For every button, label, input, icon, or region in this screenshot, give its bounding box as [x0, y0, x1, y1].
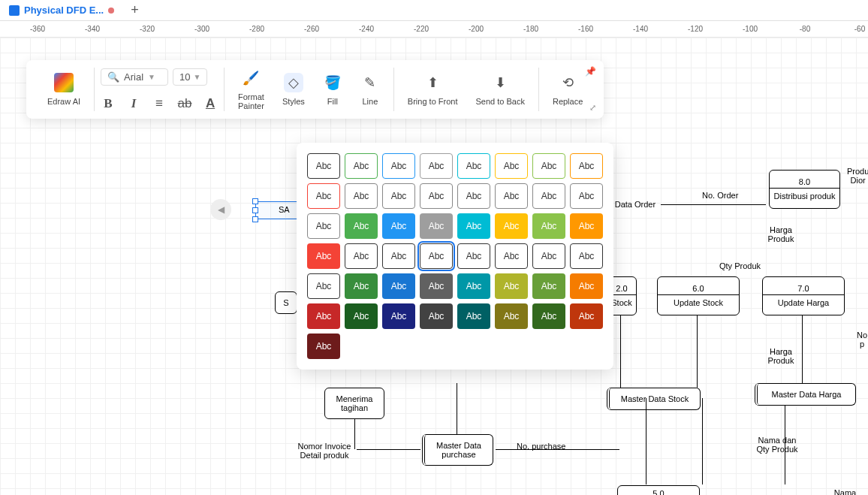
style-swatch[interactable]: Abc — [345, 153, 378, 179]
fill-button[interactable]: 🪣 Fill — [315, 73, 350, 106]
horizontal-ruler: -360-340-320-300-280-260-240-220-200-180… — [0, 21, 868, 38]
style-swatch[interactable]: Abc — [345, 183, 378, 209]
bring-front-icon: ⬆ — [423, 73, 442, 92]
style-swatch[interactable]: Abc — [457, 213, 490, 239]
box-master-harga[interactable]: Master Data Harga — [755, 383, 856, 406]
style-swatch[interactable]: Abc — [532, 243, 565, 269]
italic-button[interactable]: I — [126, 96, 141, 111]
ruler-tick: -260 — [304, 25, 319, 33]
label-nama-qty: Nama dan Qty Produk — [751, 436, 803, 454]
font-size-select[interactable]: 10 ▼ — [173, 68, 207, 86]
replace-icon: ⟲ — [558, 73, 577, 92]
style-swatch[interactable]: Abc — [382, 153, 415, 179]
align-button[interactable]: ≡ — [152, 96, 167, 111]
style-swatch[interactable]: Abc — [420, 213, 453, 239]
style-swatch[interactable]: Abc — [495, 273, 528, 299]
style-swatch[interactable]: Abc — [570, 243, 603, 269]
label-qty-produk: Qty Produk — [719, 261, 761, 270]
pan-left-button[interactable]: ◀ — [210, 199, 231, 220]
style-swatch[interactable]: Abc — [420, 243, 453, 269]
style-swatch[interactable]: Abc — [345, 243, 378, 269]
style-swatch[interactable]: Abc — [307, 334, 340, 359]
style-swatch[interactable]: Abc — [345, 273, 378, 299]
label-nama-produ: Nama Produ — [822, 488, 868, 495]
style-swatch[interactable]: Abc — [307, 303, 340, 329]
style-swatch[interactable]: Abc — [570, 213, 603, 239]
style-swatch[interactable]: Abc — [532, 183, 565, 209]
style-swatch[interactable]: Abc — [532, 303, 565, 329]
style-swatch[interactable]: Abc — [382, 183, 415, 209]
style-swatch[interactable]: Abc — [495, 183, 528, 209]
label-harga-produk: Harga Produk — [758, 225, 803, 243]
style-swatch[interactable]: Abc — [420, 183, 453, 209]
style-swatch[interactable]: Abc — [457, 243, 490, 269]
paintbrush-icon: 🖌️ — [241, 68, 261, 88]
style-swatch[interactable]: Abc — [532, 213, 565, 239]
style-swatch[interactable]: Abc — [345, 303, 378, 329]
selected-shape[interactable]: SA — [255, 201, 300, 219]
ruler-tick: -320 — [140, 25, 155, 33]
style-swatch[interactable]: Abc — [420, 303, 453, 329]
style-swatch[interactable]: Abc — [345, 213, 378, 239]
text-color-button[interactable]: A — [203, 96, 218, 111]
style-swatch[interactable]: Abc — [570, 153, 603, 179]
style-swatch[interactable]: Abc — [457, 303, 490, 329]
edraw-ai-button[interactable]: Edraw AI — [40, 73, 88, 106]
style-swatch[interactable]: Abc — [495, 153, 528, 179]
style-swatch[interactable]: Abc — [382, 243, 415, 269]
ruler-tick: -100 — [743, 25, 758, 33]
floating-toolbar: 📌 ⤢ Edraw AI 🔍 Arial ▼ 10 ▼ B I ≡ ab A 🖌 — [26, 60, 604, 119]
style-swatch[interactable]: Abc — [532, 153, 565, 179]
style-swatch[interactable]: Abc — [307, 243, 340, 269]
pen-icon: ✎ — [360, 73, 380, 92]
style-swatch[interactable]: Abc — [307, 183, 340, 209]
ruler-tick: -200 — [469, 25, 484, 33]
style-swatch[interactable]: Abc — [495, 303, 528, 329]
label-no-order: No. Order — [702, 191, 738, 200]
style-swatch[interactable]: Abc — [307, 213, 340, 239]
send-to-back-button[interactable]: ⬇ Send to Back — [469, 73, 532, 106]
style-swatch[interactable]: Abc — [570, 183, 603, 209]
style-swatch[interactable]: Abc — [532, 273, 565, 299]
bold-button[interactable]: B — [101, 96, 116, 111]
style-swatch[interactable]: Abc — [457, 153, 490, 179]
style-swatch[interactable]: Abc — [382, 303, 415, 329]
box-menerima-tagihan[interactable]: Menerima tagihan — [324, 388, 384, 419]
style-swatch[interactable]: Abc — [420, 153, 453, 179]
ruler-tick: -280 — [249, 25, 264, 33]
style-swatch[interactable]: Abc — [420, 273, 453, 299]
strikethrough-button[interactable]: ab — [177, 96, 192, 111]
ruler-tick: -240 — [359, 25, 374, 33]
process-box-8[interactable]: 8.0 Distribusi produk — [769, 170, 840, 209]
ruler-tick: -160 — [578, 25, 593, 33]
line-button[interactable]: ✎ Line — [353, 73, 387, 106]
box-master-purchase[interactable]: Master Data purchase — [422, 434, 493, 466]
add-tab-button[interactable]: + — [123, 2, 146, 18]
style-swatch[interactable]: Abc — [307, 153, 340, 179]
replace-button[interactable]: ⟲ Replace — [545, 73, 590, 106]
style-swatch[interactable]: Abc — [570, 303, 603, 329]
format-painter-button[interactable]: 🖌️ Format Painter — [231, 68, 272, 110]
styles-button[interactable]: ◇ Styles — [275, 73, 312, 106]
ruler-tick: -340 — [85, 25, 100, 33]
document-tab[interactable]: Physical DFD E... — [0, 0, 123, 20]
ruler-tick: -180 — [523, 25, 538, 33]
style-swatch[interactable]: Abc — [307, 273, 340, 299]
style-swatch[interactable]: Abc — [382, 273, 415, 299]
box-master-stock[interactable]: Master Data Stock — [607, 388, 701, 410]
box-s[interactable]: S — [275, 291, 297, 314]
bring-to-front-button[interactable]: ⬆ Bring to Front — [400, 73, 466, 106]
style-swatch[interactable]: Abc — [495, 213, 528, 239]
process-box-7[interactable]: 7.0 Update Harga — [762, 276, 845, 315]
style-swatch[interactable]: Abc — [570, 273, 603, 299]
style-swatch[interactable]: Abc — [457, 273, 490, 299]
expand-icon[interactable]: ⤢ — [589, 103, 596, 113]
label-data-order: r Data Order — [610, 200, 656, 209]
process-box-6[interactable]: 6.0 Update Stock — [657, 276, 740, 315]
process-box-5[interactable]: 5.0 — [617, 485, 700, 495]
style-swatch[interactable]: Abc — [382, 213, 415, 239]
font-family-select[interactable]: 🔍 Arial ▼ — [101, 68, 168, 86]
style-swatch[interactable]: Abc — [457, 183, 490, 209]
style-swatch[interactable]: Abc — [495, 243, 528, 269]
pin-icon[interactable]: 📌 — [585, 66, 596, 77]
